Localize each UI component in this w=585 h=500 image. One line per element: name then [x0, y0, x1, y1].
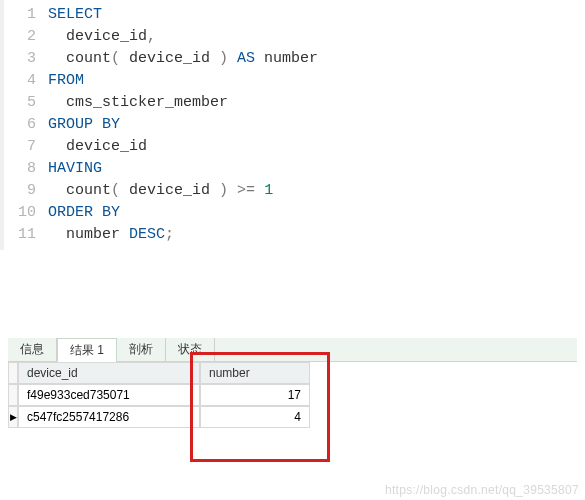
code-line[interactable]: HAVING	[48, 158, 318, 180]
cell-number[interactable]: 4	[200, 406, 310, 428]
results-panel: 信息结果 1剖析状态 device_idnumberf49e933ced7350…	[8, 338, 577, 428]
line-number: 3	[12, 48, 36, 70]
tab[interactable]: 信息	[8, 338, 57, 361]
line-number: 7	[12, 136, 36, 158]
grid-header-row: device_idnumber	[8, 362, 310, 384]
code-line[interactable]: FROM	[48, 70, 318, 92]
code-line[interactable]: ORDER BY	[48, 202, 318, 224]
line-number: 10	[12, 202, 36, 224]
line-number: 11	[12, 224, 36, 246]
result-grid[interactable]: device_idnumberf49e933ced73507117▶c547fc…	[8, 362, 310, 428]
code-line[interactable]: device_id,	[48, 26, 318, 48]
code-line[interactable]: number DESC;	[48, 224, 318, 246]
table-row[interactable]: f49e933ced73507117	[8, 384, 310, 406]
code-line[interactable]: device_id	[48, 136, 318, 158]
tab[interactable]: 剖析	[117, 338, 166, 361]
cell-number[interactable]: 17	[200, 384, 310, 406]
row-marker-header	[8, 362, 18, 384]
column-header[interactable]: number	[200, 362, 310, 384]
code-content[interactable]: SELECT device_id, count( device_id ) AS …	[48, 0, 318, 250]
column-header[interactable]: device_id	[18, 362, 200, 384]
row-marker: ▶	[8, 406, 18, 428]
line-number: 9	[12, 180, 36, 202]
line-number: 5	[12, 92, 36, 114]
result-tabs: 信息结果 1剖析状态	[8, 338, 577, 362]
line-number: 6	[12, 114, 36, 136]
code-line[interactable]: count( device_id ) >= 1	[48, 180, 318, 202]
sql-editor[interactable]: 1234567891011 SELECT device_id, count( d…	[0, 0, 585, 250]
tab[interactable]: 结果 1	[57, 338, 117, 362]
watermark: https://blog.csdn.net/qq_39535807	[385, 483, 579, 497]
cell-device-id[interactable]: c547fc2557417286	[18, 406, 200, 428]
code-line[interactable]: SELECT	[48, 4, 318, 26]
code-line[interactable]: cms_sticker_member	[48, 92, 318, 114]
row-marker	[8, 384, 18, 406]
line-gutter: 1234567891011	[4, 0, 48, 250]
line-number: 4	[12, 70, 36, 92]
line-number: 8	[12, 158, 36, 180]
line-number: 2	[12, 26, 36, 48]
table-row[interactable]: ▶c547fc25574172864	[8, 406, 310, 428]
code-line[interactable]: GROUP BY	[48, 114, 318, 136]
cell-device-id[interactable]: f49e933ced735071	[18, 384, 200, 406]
tab[interactable]: 状态	[166, 338, 215, 361]
code-line[interactable]: count( device_id ) AS number	[48, 48, 318, 70]
line-number: 1	[12, 4, 36, 26]
